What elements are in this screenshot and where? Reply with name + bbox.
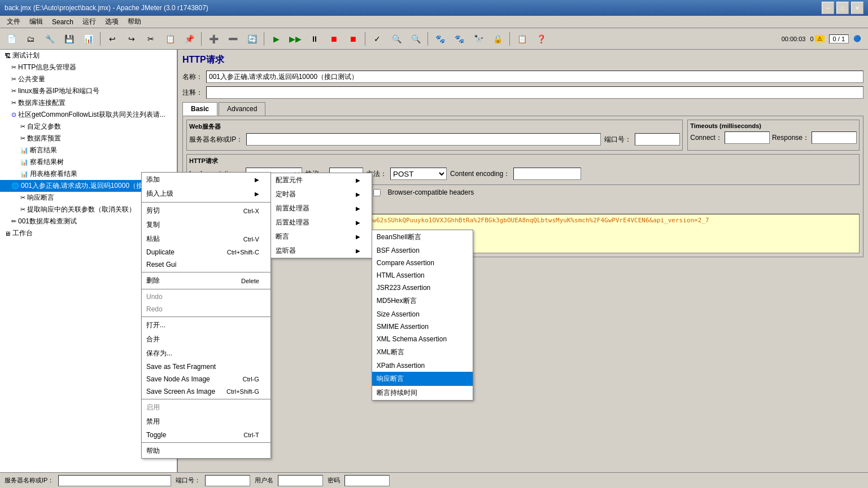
ctx-md5hex-assertion[interactable]: MD5Hex断言: [372, 294, 473, 308]
ctx-toggle[interactable]: Toggle Ctrl-T: [142, 429, 271, 441]
insert-arrow: ▶: [255, 191, 259, 197]
post-arrow: ▶: [356, 219, 360, 226]
ctx-sep3: [142, 289, 271, 289]
config-arrow: ▶: [356, 177, 360, 183]
ctx-copy[interactable]: 复制: [142, 218, 271, 232]
ctx-redo[interactable]: Redo: [142, 303, 271, 315]
ctx-paste[interactable]: 粘贴 Ctrl-V: [142, 232, 271, 246]
ctx-save-as[interactable]: 保存为...: [142, 346, 271, 360]
ctx-smime-assertion[interactable]: SMIME Assertion: [372, 320, 473, 333]
timer-arrow: ▶: [356, 191, 360, 197]
ctx-save-screen-as-image[interactable]: Save Screen As Image Ctrl+Shift-G: [142, 385, 271, 398]
ctx-merge[interactable]: 合并: [142, 332, 271, 346]
ctx-sep1: [142, 202, 271, 203]
add-arrow: ▶: [255, 177, 259, 183]
ctx-save-as-test-fragment[interactable]: Save as Test Fragment: [142, 360, 271, 373]
ctx-save-node-as-image[interactable]: Save Node As Image Ctrl-G: [142, 373, 271, 385]
assertion-arrow: ▶: [356, 234, 360, 240]
ctx-html-assertion[interactable]: HTML Assertion: [372, 269, 473, 282]
duplicate-shortcut: Ctrl+Shift-C: [227, 249, 259, 256]
ctx-open[interactable]: 打开...: [142, 318, 271, 332]
ctx-post-processor[interactable]: 后置处理器 ▶: [271, 216, 372, 230]
ctx-xpath-assertion[interactable]: XPath Assertion: [372, 359, 473, 372]
ctx-sep2: [142, 272, 271, 272]
save-screen-shortcut: Ctrl+Shift-G: [226, 388, 259, 395]
ctx-sep5: [142, 399, 271, 399]
ctx-enable[interactable]: 启用: [142, 401, 271, 415]
ctx-insert-parent[interactable]: 插入上级 ▶: [142, 187, 271, 201]
ctx-jsr223-assertion[interactable]: JSR223 Assertion: [372, 282, 473, 294]
ctx-duration-assertion[interactable]: 断言持续时间: [372, 386, 473, 400]
ctx-xmlschema-assertion[interactable]: XML Schema Assertion: [372, 333, 473, 345]
ctx-monitor[interactable]: 监听器 ▶: [271, 244, 372, 258]
ctx-help[interactable]: 帮助: [142, 444, 271, 458]
ctx-assertion[interactable]: 断言 ▶ BeanShell断言 BSF Assertion Compare A…: [271, 230, 372, 244]
ctx-response-assertion[interactable]: 响应断言: [372, 372, 473, 386]
cut-shortcut: Ctrl-X: [243, 208, 259, 214]
main-context-menu: 添加 ▶ 配置元件 ▶ 定时器 ▶ 前置处理器 ▶ 后置处理器 ▶: [141, 172, 271, 459]
pre-arrow: ▶: [356, 205, 360, 212]
ctx-config-element[interactable]: 配置元件 ▶: [271, 173, 372, 187]
ctx-sep6: [142, 442, 271, 443]
monitor-arrow: ▶: [356, 248, 360, 254]
save-node-shortcut: Ctrl-G: [243, 376, 259, 383]
ctx-cut[interactable]: 剪切 Ctrl-X: [142, 204, 271, 218]
add-submenu: 配置元件 ▶ 定时器 ▶ 前置处理器 ▶ 后置处理器 ▶ 断言 ▶: [271, 173, 372, 258]
ctx-sep4: [142, 316, 271, 317]
delete-shortcut: Delete: [241, 278, 259, 284]
ctx-beanshell-assertion[interactable]: BeanShell断言: [372, 230, 473, 244]
ctx-timer[interactable]: 定时器 ▶: [271, 187, 372, 201]
context-menu-overlay: 添加 ▶ 配置元件 ▶ 定时器 ▶ 前置处理器 ▶ 后置处理器 ▶: [0, 0, 868, 488]
ctx-duplicate[interactable]: Duplicate Ctrl+Shift-C: [142, 246, 271, 258]
ctx-bsf-assertion[interactable]: BSF Assertion: [372, 244, 473, 257]
paste-shortcut: Ctrl-V: [243, 236, 259, 243]
ctx-pre-processor[interactable]: 前置处理器 ▶: [271, 201, 372, 216]
ctx-add[interactable]: 添加 ▶ 配置元件 ▶ 定时器 ▶ 前置处理器 ▶ 后置处理器 ▶: [142, 173, 271, 187]
toggle-shortcut: Ctrl-T: [243, 432, 259, 438]
ctx-compare-assertion[interactable]: Compare Assertion: [372, 257, 473, 269]
ctx-delete[interactable]: 删除 Delete: [142, 274, 271, 288]
ctx-undo[interactable]: Undo: [142, 291, 271, 303]
ctx-xml-assertion[interactable]: XML断言: [372, 345, 473, 359]
ctx-disable[interactable]: 禁用: [142, 415, 271, 429]
assertion-submenu: BeanShell断言 BSF Assertion Compare Assert…: [372, 230, 473, 401]
ctx-reset-gui[interactable]: Reset Gui: [142, 258, 271, 271]
ctx-size-assertion[interactable]: Size Assertion: [372, 308, 473, 320]
